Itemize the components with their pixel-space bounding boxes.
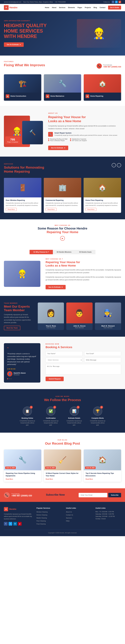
blog-card-body-1: Repairing Your Home Pipeline Using Equip…	[4, 470, 41, 482]
footer-link-kitchen-cleaning[interactable]: Kitchen Cleaning	[36, 514, 47, 516]
solution-card-title-3: Home Floor Repairing	[85, 199, 119, 201]
footer-link-faqs[interactable]: FAQs	[66, 520, 70, 522]
play-button[interactable]: ▶	[60, 236, 65, 241]
why-tab-1[interactable]: 01 Why Choose Us ?	[29, 250, 53, 254]
solution-card-img-1: 🚪	[4, 178, 41, 198]
stars: ★★★★★	[7, 368, 37, 370]
booking-form: BOOKING NOW Booking A Services Select Se…	[46, 343, 121, 382]
solution-read-more-2[interactable]: Read More	[46, 208, 56, 211]
footer-link-final-cleaning[interactable]: Final Cleaning	[36, 523, 46, 525]
solution-card-body-2: Commercial Repairing Competently repurpo…	[44, 198, 81, 213]
footer-link-item: Sponsors	[66, 517, 92, 519]
twitter-icon[interactable]: t	[115, 1, 118, 3]
footer-facebook-icon[interactable]: f	[4, 522, 7, 526]
solutions-title-colored: Home Repairing	[4, 170, 30, 174]
service-cards: 🏗️ 🏠 Home Construction 🔧 🏠 Home Maintain…	[4, 74, 121, 101]
reason-section: WHY CHOOSE US Some Reason for Choose Hen…	[0, 219, 125, 243]
solution-read-more-3[interactable]: Read More	[85, 208, 96, 211]
nav-about[interactable]: About	[52, 7, 56, 8]
submit-button[interactable]: Submit Request	[46, 377, 64, 381]
footer-link-contact[interactable]: Contact Us	[66, 514, 73, 516]
why-content-text-2: Competently repurpose go forward benefit…	[46, 276, 121, 281]
solutions-section: SERVICES Solutions for Renovating Home R…	[0, 156, 125, 219]
reviewer-role: Reviewer	[14, 374, 26, 376]
features-title-normal: Fixing What We	[4, 63, 29, 67]
footer-link-marble-cleaning[interactable]: Marble Cleaning	[36, 517, 47, 519]
service-card-1: 🏗️ 🏠 Home Construction	[4, 74, 41, 101]
footer-pinterest-icon[interactable]: p	[18, 522, 22, 526]
why-tab-3[interactable]: 03 Hendre Goals	[75, 250, 96, 254]
nav-home[interactable]: Home	[45, 7, 49, 8]
service-card-img-1: 🏗️	[4, 74, 41, 92]
nav-blog[interactable]: Blog	[94, 7, 97, 8]
nav-pages[interactable]: Pages	[78, 7, 82, 8]
solution-card-title-2: Commercial Repairing	[46, 199, 79, 201]
blog-read-more-2[interactable]: Read More	[46, 478, 53, 480]
about-content: ABOUT US Repairing Your House for Looks …	[48, 112, 121, 150]
estimate-label: Get An Estimate	[7, 44, 19, 46]
checks-col-2: Satisfactions Guaranty 24/7 Extra Live S…	[70, 138, 87, 141]
service-card-title-3: Home Repairing	[90, 95, 103, 97]
card-home-icon-2: 🏠	[46, 94, 49, 98]
why-estimate-label: See An Estimate	[48, 286, 61, 288]
footer-link-about[interactable]: About Us	[66, 511, 72, 513]
meet-team-button[interactable]: Meet Our Team	[4, 326, 20, 330]
nav-projects[interactable]: Projects	[85, 7, 91, 8]
footer-link-item: Kitchen Cleaning	[36, 514, 62, 516]
why-estimate-button[interactable]: See An Estimate ➤	[46, 285, 66, 289]
subscribe-button[interactable]: Subscribe	[108, 493, 121, 497]
team-member-img-2: 👨	[66, 302, 93, 323]
hero-image: 👷	[77, 19, 121, 48]
service-card-body-3: 🏠 Home Repairing	[84, 92, 121, 101]
solution-card-title-1: Door Window Repairing	[6, 199, 40, 201]
footer-linkedin-icon[interactable]: in	[13, 522, 17, 526]
check-3: Satisfactions Guaranty	[70, 138, 87, 140]
facebook-icon[interactable]: f	[112, 1, 114, 3]
blog-read-more-3[interactable]: Read More	[86, 478, 93, 480]
service-select[interactable]: Select Services	[46, 358, 82, 362]
team-member-role-2: Team Member	[68, 327, 91, 328]
solution-card-text-3: Competently repurpose go forward benefit…	[85, 202, 119, 206]
blog-date-2: June 15, 2020	[45, 466, 56, 469]
blog-read-more-1[interactable]: Read More	[6, 478, 13, 480]
phone-input[interactable]	[84, 358, 121, 362]
footer-hours-4: Sunday: Closed	[96, 518, 121, 520]
about-estimate-button[interactable]: See An Estimate ➤	[48, 146, 68, 150]
footer-link-floor-cleaning[interactable]: Floor Cleaning	[36, 520, 46, 522]
nav-elements[interactable]: Elements	[68, 7, 75, 8]
footer-link-window-cleaning[interactable]: Window Cleaning	[36, 511, 48, 513]
email-input[interactable]	[84, 351, 121, 356]
solutions-label: SERVICES	[4, 163, 44, 165]
team-card-1: 👩 Tina E. Rose Team Member	[38, 302, 64, 330]
dot-1	[7, 378, 8, 379]
about-secondary-image: 🔨	[22, 121, 43, 144]
solutions-arrows: ‹ ›	[112, 163, 121, 167]
subscribe-title: Subscribe Now	[46, 493, 65, 496]
about-estimate-label: See An Estimate	[51, 147, 63, 149]
footer-link-item: FAQs	[66, 520, 92, 522]
footer-link-item: Window Cleaning	[36, 511, 62, 513]
footer-link-sponsors[interactable]: Sponsors	[66, 517, 72, 519]
message-textarea[interactable]	[46, 364, 121, 374]
booking-title-colored: Services	[60, 346, 72, 349]
footer-bottom: Copyright © 2020 Hendre. All rights rese…	[4, 530, 121, 534]
footer-twitter-icon[interactable]: t	[8, 522, 12, 526]
solution-card-body-1: Door Window Repairing Competently repurp…	[4, 198, 41, 213]
about-section: 👷 🔨 795 Project Completed ABOUT US Repai…	[0, 106, 125, 156]
prev-arrow-button[interactable]: ‹	[112, 163, 116, 167]
step-text-4: Competently repurpose go forward benefit…	[89, 420, 106, 426]
why-content-title-colored: Looks as a New Home	[46, 264, 76, 267]
nav-contact[interactable]: Contact	[100, 7, 106, 8]
google-icon[interactable]: g+	[119, 1, 121, 3]
nav-services[interactable]: Services	[59, 7, 65, 8]
process-title-colored: Process	[68, 398, 81, 402]
subscribe-email-input[interactable]	[79, 493, 107, 497]
subscribe-title-colored: Now	[59, 493, 65, 496]
name-input[interactable]	[46, 351, 82, 356]
solution-read-more-1[interactable]: Read More	[6, 208, 17, 211]
next-arrow-button[interactable]: ›	[117, 163, 121, 167]
get-guide-button[interactable]: Get A Guide	[108, 6, 121, 10]
blog-label: OUR BLOG	[4, 439, 121, 441]
estimate-button[interactable]: Get An Estimate ➤	[4, 42, 24, 47]
why-tab-2[interactable]: 03 Hendre Missions	[53, 250, 75, 254]
